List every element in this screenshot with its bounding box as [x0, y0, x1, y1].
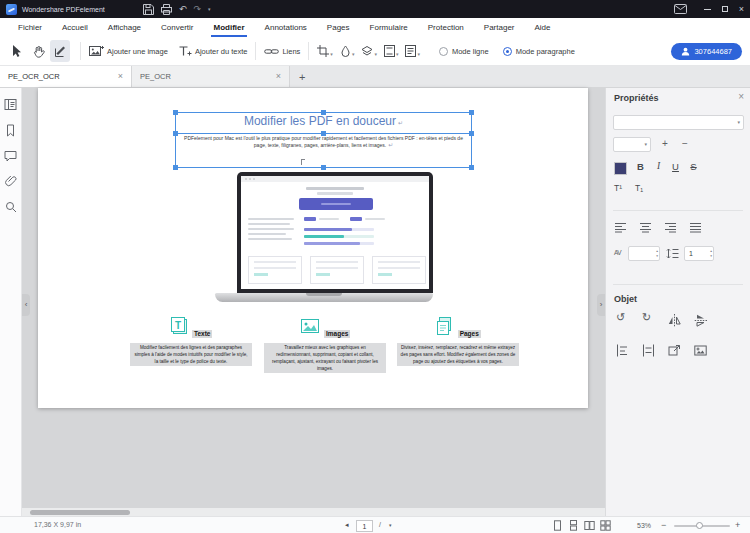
extract-object-button[interactable]	[668, 344, 681, 357]
menu-tab-partager[interactable]: Partager	[474, 18, 525, 37]
menu-tab-fichier[interactable]: Fichier	[8, 18, 52, 37]
menu-tab-annotations[interactable]: Annotations	[255, 18, 317, 37]
menu-tab-accueil[interactable]: Accueil	[52, 18, 98, 37]
pdf-page[interactable]: Modifier les PDF en douceur↵ PDFelement …	[38, 88, 588, 408]
align-left-button[interactable]	[614, 222, 627, 233]
feedback-mail-button[interactable]	[674, 4, 687, 14]
feature-description-pages[interactable]: Divisez, insérez, remplacez, recadrez et…	[397, 343, 519, 366]
images-feature-icon[interactable]	[300, 316, 320, 336]
page-list-caret-icon[interactable]: ▾	[389, 522, 392, 528]
font-family-select[interactable]: ▾	[613, 115, 744, 130]
horizontal-scrollbar[interactable]	[22, 508, 605, 516]
font-size-select[interactable]: ▾	[613, 137, 651, 152]
align-objects-button[interactable]	[616, 344, 629, 357]
character-spacing-select[interactable]: ▴▾	[628, 246, 660, 261]
customize-toolbar-caret-icon[interactable]: ▾	[208, 7, 211, 12]
zoom-slider-thumb[interactable]	[696, 522, 703, 529]
document-tab-pe-ocr-ocr[interactable]: PE_OCR_OCR ×	[0, 66, 132, 87]
close-properties-button[interactable]: ×	[738, 91, 744, 102]
texte-feature-icon[interactable]: T	[170, 316, 188, 336]
document-tab-pe-ocr[interactable]: PE_OCR ×	[132, 66, 290, 87]
bookmarks-panel-button[interactable]	[5, 124, 16, 137]
superscript-button[interactable]: T¹	[614, 183, 622, 193]
menu-tab-modifier[interactable]: Modifier	[203, 18, 254, 37]
minimize-button[interactable]	[699, 0, 716, 18]
italic-button[interactable]: I	[651, 161, 666, 171]
header-footer-button[interactable]: ▾	[384, 45, 399, 58]
feature-label-pages[interactable]: Pages	[458, 330, 481, 338]
zoom-in-button[interactable]: +	[735, 520, 740, 530]
align-center-button[interactable]	[639, 222, 652, 233]
continuous-view-button[interactable]	[568, 520, 579, 531]
watermark-button[interactable]: ▾	[340, 45, 355, 58]
underline-button[interactable]: U	[668, 161, 683, 172]
mode-ligne-radio[interactable]: Mode ligne	[439, 47, 489, 56]
flip-vertical-button[interactable]	[694, 314, 707, 327]
search-panel-button[interactable]	[5, 201, 17, 213]
single-page-view-button[interactable]	[552, 520, 563, 531]
maximize-button[interactable]	[716, 0, 733, 18]
collapse-left-panel-button[interactable]: ‹	[22, 294, 30, 316]
increase-font-size-button[interactable]: +	[657, 136, 673, 152]
menu-tab-affichage[interactable]: Affichage	[98, 18, 151, 37]
zoom-out-button[interactable]: −	[661, 520, 666, 530]
laptop-image[interactable]	[215, 172, 433, 302]
pages-feature-icon[interactable]	[435, 316, 453, 336]
align-justify-button[interactable]	[689, 222, 702, 233]
print-button[interactable]	[161, 4, 172, 15]
scrollbar-thumb[interactable]	[30, 510, 130, 515]
stepper-icon[interactable]: ▴▾	[656, 247, 658, 260]
bold-button[interactable]: B	[633, 161, 648, 172]
document-title-text[interactable]: Modifier les PDF en douceur↵	[175, 114, 472, 128]
save-button[interactable]	[143, 4, 154, 15]
select-tool-button[interactable]	[6, 40, 26, 62]
font-color-swatch[interactable]	[614, 162, 627, 175]
feature-label-texte[interactable]: Texte	[192, 330, 213, 338]
flip-horizontal-button[interactable]	[668, 314, 681, 327]
strikethrough-button[interactable]: S	[686, 161, 701, 172]
feature-description-images[interactable]: Travaillez mieux avec les graphiques en …	[264, 343, 386, 373]
comments-panel-button[interactable]	[4, 150, 17, 162]
replace-image-button[interactable]	[694, 344, 707, 357]
selection-handle[interactable]	[321, 165, 326, 170]
thumbnails-panel-button[interactable]	[4, 98, 17, 111]
menu-tab-formulaire[interactable]: Formulaire	[360, 18, 418, 37]
links-button[interactable]: Liens	[264, 46, 300, 57]
background-button[interactable]: ▾	[361, 45, 377, 58]
new-tab-button[interactable]: +	[290, 66, 314, 87]
edit-tool-button[interactable]	[50, 40, 70, 62]
mode-paragraphe-radio[interactable]: Mode paragraphe	[503, 47, 575, 56]
selection-handle[interactable]	[469, 131, 474, 136]
selection-handle[interactable]	[173, 131, 178, 136]
stepper-icon[interactable]: ▴▾	[710, 247, 712, 260]
distribute-objects-button[interactable]	[642, 344, 655, 357]
previous-page-button[interactable]: ◂	[345, 521, 349, 529]
collapse-right-panel-button[interactable]: ›	[597, 294, 605, 316]
document-intro-text[interactable]: PDFelement pour Mac est l'outil le plus …	[179, 135, 468, 149]
selection-handle[interactable]	[173, 165, 178, 170]
menu-tab-protection[interactable]: Protection	[418, 18, 474, 37]
feature-description-texte[interactable]: Modifiez facilement des lignes et des pa…	[130, 343, 252, 366]
subscript-button[interactable]: T₁	[635, 183, 643, 193]
hand-tool-button[interactable]	[28, 40, 48, 62]
line-spacing-input[interactable]: 1▴▾	[684, 246, 714, 261]
rotate-ccw-button[interactable]: ↺	[616, 312, 625, 323]
undo-button[interactable]: ↶	[179, 5, 187, 14]
decrease-font-size-button[interactable]: −	[677, 136, 693, 152]
facing-pages-view-button[interactable]	[584, 520, 595, 531]
add-text-button[interactable]: Ajouter du texte	[178, 45, 248, 57]
attachments-panel-button[interactable]	[5, 175, 17, 188]
grid-view-button[interactable]	[600, 520, 611, 531]
add-image-button[interactable]: Ajouter une image	[89, 45, 168, 57]
menu-tab-pages[interactable]: Pages	[317, 18, 360, 37]
close-tab-icon[interactable]: ×	[276, 72, 281, 81]
bates-numbering-button[interactable]: ▾	[405, 45, 420, 58]
menu-tab-aide[interactable]: Aide	[525, 18, 561, 37]
redo-button[interactable]: ↷	[194, 5, 202, 14]
account-button[interactable]: 307644687	[671, 43, 742, 60]
close-tab-icon[interactable]: ×	[118, 72, 123, 81]
document-viewport[interactable]: Modifier les PDF en douceur↵ PDFelement …	[22, 88, 605, 508]
selection-handle[interactable]	[469, 165, 474, 170]
close-window-button[interactable]: ×	[733, 0, 750, 18]
rotate-cw-button[interactable]: ↻	[642, 312, 651, 323]
